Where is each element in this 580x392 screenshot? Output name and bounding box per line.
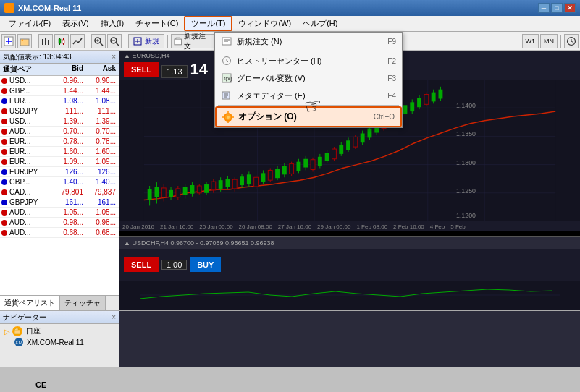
menu-global-vars[interactable]: f(x) グローバル変数 (V) F3: [215, 69, 402, 87]
col-pair: 通貨ペア: [1, 64, 52, 74]
price-row[interactable]: EUR... 1.08... 1.08...: [0, 96, 119, 106]
price-row[interactable]: GBP... 1.44... 1.44...: [0, 86, 119, 96]
price-row[interactable]: CAD... 79,801 79,837: [0, 187, 119, 197]
price-row[interactable]: EURJPY 126... 126...: [0, 167, 119, 177]
folder-icon: [12, 326, 22, 336]
svg-rect-60: [211, 182, 216, 190]
price-table: 通貨ペア Bid Ask USD... 0.96... 0.96... GBP.…: [0, 64, 119, 295]
zoom-out-btn[interactable]: [107, 34, 122, 48]
lower-chart-svg: [119, 281, 580, 310]
menu-charts[interactable]: チャート(C): [130, 16, 184, 31]
tab-ticker[interactable]: ティッチャ: [60, 296, 106, 310]
nav-account-label: 口座: [26, 326, 41, 336]
price-row[interactable]: EUR... 1.60... 1.60...: [0, 147, 119, 157]
history-icon: [221, 55, 232, 67]
time-4: 26 Jan 08:00: [236, 223, 275, 230]
nav-item-account[interactable]: ▷ 口座: [3, 325, 116, 337]
menu-meta-editor[interactable]: メタエディター (E) F4: [215, 87, 402, 104]
timeframe-mn[interactable]: MN: [540, 34, 558, 48]
maximize-button[interactable]: □: [551, 3, 563, 13]
svg-line-29: [571, 41, 573, 43]
menu-history[interactable]: ヒストリーセンター (H) F2: [215, 52, 402, 69]
close-button[interactable]: ✕: [564, 3, 576, 13]
nav-content: ▷ 口座 XM XM.COM-Real 11: [0, 324, 119, 349]
svg-rect-5: [45, 38, 46, 45]
chart-bar-btn[interactable]: [38, 34, 53, 48]
lower-chart-body[interactable]: [119, 281, 580, 310]
time-7: 1 Feb 08:00: [353, 223, 390, 230]
time-3: 25 Jan 00:00: [196, 223, 235, 230]
svg-rect-62: [219, 180, 223, 189]
zoom-in-btn[interactable]: [91, 34, 106, 48]
time-9: 4 Feb: [427, 223, 447, 230]
lower-sell-button[interactable]: SELL: [124, 257, 159, 272]
nav-item-xm[interactable]: XM XM.COM-Real 11: [3, 337, 116, 347]
price-row[interactable]: GBP... 1.40... 1.40...: [0, 177, 119, 187]
svg-rect-68: [240, 176, 244, 185]
minimize-button[interactable]: ─: [538, 3, 550, 13]
lot-input[interactable]: 1.00: [161, 260, 187, 270]
svg-rect-44: [155, 187, 159, 197]
price-panel: 気配値表示: 13:04:43 × 通貨ペア Bid Ask USD... 0.…: [0, 51, 119, 310]
tab-pairs[interactable]: 通貨ペアリスト: [0, 296, 60, 310]
menu-window[interactable]: ウィンドウ(W): [232, 16, 297, 31]
menu-view[interactable]: 表示(V): [56, 16, 95, 31]
price-row[interactable]: AUD... 1.05... 1.05...: [0, 208, 119, 218]
svg-point-145: [227, 116, 230, 119]
menu-bar: ファイル(F) 表示(V) 挿入(I) チャート(C) ツール(T) ウィンドウ…: [0, 16, 580, 32]
svg-rect-10: [62, 40, 64, 43]
svg-rect-66: [232, 179, 237, 189]
chart-candle-btn[interactable]: [54, 34, 69, 48]
price-row[interactable]: USD... 1.39... 1.39...: [0, 116, 119, 127]
lower-sell-buy-bar: SELL 1.00 BUY: [119, 249, 580, 281]
app-icon: [4, 3, 14, 13]
time-8: 2 Feb 16:00: [390, 223, 427, 230]
nav-xm-label: XM.COM-Real 11: [27, 338, 84, 346]
open-btn[interactable]: [17, 34, 32, 48]
chart-line-btn[interactable]: [70, 34, 85, 48]
new-btn[interactable]: [1, 34, 16, 48]
price-row[interactable]: GBPJPY 161... 161...: [0, 197, 119, 208]
price-row[interactable]: AUD... 0.68... 0.68...: [0, 228, 119, 238]
menu-options[interactable]: オプション (O) Ctrl+O: [215, 106, 402, 127]
expand-icon: ▷: [4, 328, 10, 336]
clock-btn[interactable]: [564, 34, 579, 48]
lower-buy-button[interactable]: BUY: [190, 257, 221, 272]
price-row[interactable]: EUR... 0.78... 0.78...: [0, 137, 119, 147]
nav-close[interactable]: ×: [112, 313, 116, 321]
sell-button[interactable]: SELL: [124, 62, 159, 77]
price-panel-close[interactable]: ×: [112, 53, 116, 61]
price-panel-tabs: 通貨ペアリスト ティッチャ: [0, 295, 119, 310]
nav-panel: ナビゲーター × ▷ 口座 XM XM.COM-Real 11: [0, 311, 119, 367]
history-label: ヒストリーセンター (H): [237, 56, 382, 67]
menu-new-order[interactable]: 新規注文 (N) F9: [215, 33, 402, 50]
price-row[interactable]: USD... 0.96... 0.96...: [0, 76, 119, 86]
sep-3: [125, 35, 125, 48]
svg-rect-98: [346, 140, 350, 150]
menu-help[interactable]: ヘルプ(H): [297, 16, 343, 31]
tools-dropdown-menu[interactable]: 新規注文 (N) F9 ヒストリーセンター (H) F2 f(x) グローバル変…: [214, 32, 403, 128]
new-order-btn[interactable]: 新規注文: [171, 34, 214, 48]
svg-rect-42: [148, 189, 152, 200]
price-row[interactable]: AUD... 0.98... 0.98...: [0, 218, 119, 228]
svg-rect-70: [247, 174, 251, 184]
svg-rect-132: [14, 330, 20, 334]
options-key: Ctrl+O: [374, 113, 395, 121]
price-row[interactable]: EUR... 1.09... 1.09...: [0, 157, 119, 167]
svg-line-14: [100, 43, 103, 46]
xm-icon: XM: [14, 338, 23, 346]
menu-file[interactable]: ファイル(F): [3, 16, 56, 31]
svg-rect-102: [361, 133, 365, 142]
timeframe-w1[interactable]: W1: [522, 34, 539, 48]
menu-tools[interactable]: ツール(T): [184, 16, 232, 31]
chart-lower-title-text: ▲ USDCHF,H4 0.96700 - 0.97059 0.96651 0.…: [124, 239, 274, 247]
menu-insert[interactable]: 挿入(I): [95, 16, 130, 31]
menu-divider-1: [218, 51, 399, 51]
svg-rect-118: [417, 98, 421, 107]
bottom-chart-area: [119, 311, 580, 367]
price-row[interactable]: AUD... 0.70... 0.70...: [0, 127, 119, 137]
col-bid: Bid: [52, 64, 85, 74]
new-chart-btn[interactable]: 新規: [128, 34, 164, 48]
price-row[interactable]: USDJPY 111... 111...: [0, 106, 119, 116]
nav-header: ナビゲーター ×: [0, 311, 119, 324]
